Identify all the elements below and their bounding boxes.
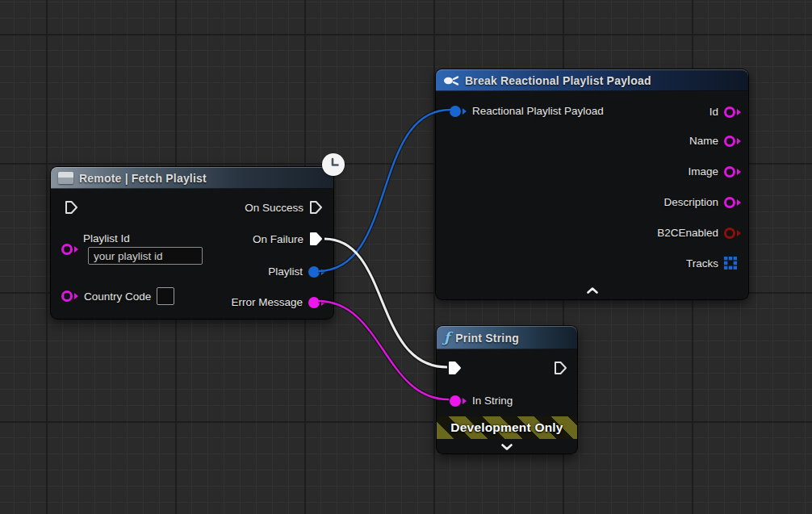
- node-print-string[interactable]: ƒ Print String In String Development Onl…: [436, 325, 578, 454]
- image-pin[interactable]: [724, 166, 735, 178]
- exec-in-pin[interactable]: [65, 200, 78, 215]
- wire-error-message-to-in-string[interactable]: [318, 301, 449, 399]
- node-remote-header[interactable]: Remote | Fetch Playlist: [51, 167, 333, 189]
- wire-playlist-to-break-input[interactable]: [318, 110, 450, 271]
- expand-down-icon[interactable]: [501, 444, 513, 450]
- in-string-label: In String: [472, 395, 513, 407]
- function-icon: ƒ: [444, 331, 450, 345]
- node-remote-fetch-playlist[interactable]: Remote | Fetch Playlist On Success On Fa…: [50, 166, 334, 320]
- exec-in-pin[interactable]: [448, 361, 462, 375]
- on-success-label: On Success: [245, 202, 303, 214]
- country-code-input[interactable]: [157, 287, 174, 305]
- reactional-playlist-payload-label: Reactional Playlist Payload: [472, 105, 604, 117]
- country-code-pin[interactable]: [61, 290, 73, 302]
- tracks-array-pin[interactable]: [724, 257, 737, 270]
- b2cenabled-label: B2CEnabled: [657, 227, 718, 239]
- playlist-pin[interactable]: [308, 266, 320, 278]
- id-label: Id: [709, 106, 718, 118]
- on-failure-label: On Failure: [253, 233, 303, 245]
- in-string-pin[interactable]: [450, 395, 461, 407]
- exec-out-pin[interactable]: [554, 361, 567, 375]
- error-message-label: Error Message: [231, 296, 303, 308]
- id-pin[interactable]: [724, 107, 735, 118]
- wire-shadow: [324, 239, 447, 367]
- async-task-icon: [58, 172, 73, 184]
- collapse-up-icon[interactable]: [587, 287, 598, 294]
- playlist-id-label: Playlist Id: [83, 232, 130, 244]
- on-failure-exec-pin[interactable]: [309, 232, 323, 246]
- node-break-reactional-playlist-payload[interactable]: Break Reactional Playlist Payload Reacti…: [435, 69, 749, 300]
- node-title: Break Reactional Playlist Payload: [465, 74, 651, 87]
- image-label: Image: [688, 165, 718, 178]
- b2cenabled-pin[interactable]: [724, 228, 735, 239]
- on-success-exec-pin[interactable]: [309, 200, 323, 215]
- break-struct-icon: [443, 74, 459, 87]
- name-pin[interactable]: [724, 136, 735, 147]
- wire-on-failure-to-print-exec[interactable]: [324, 239, 447, 367]
- reactional-playlist-payload-pin[interactable]: [450, 106, 461, 117]
- node-print-header[interactable]: ƒ Print String: [437, 326, 577, 349]
- node-title: Remote | Fetch Playlist: [79, 172, 207, 185]
- latent-clock-icon: [322, 153, 345, 176]
- playlist-id-pin[interactable]: [61, 244, 73, 255]
- development-only-text: Development Only: [450, 420, 563, 435]
- node-title: Print String: [455, 332, 519, 345]
- blueprint-graph-canvas[interactable]: Remote | Fetch Playlist On Success On Fa…: [0, 0, 812, 514]
- node-break-header[interactable]: Break Reactional Playlist Payload: [436, 69, 748, 91]
- playlist-id-input[interactable]: [88, 247, 203, 265]
- development-only-banner: Development Only: [437, 416, 577, 439]
- tracks-label: Tracks: [686, 257, 718, 270]
- description-pin[interactable]: [724, 197, 735, 208]
- country-code-label: Country Code: [84, 290, 151, 303]
- name-label: Name: [689, 135, 718, 147]
- description-label: Description: [663, 196, 718, 208]
- playlist-label: Playlist: [268, 265, 303, 278]
- error-message-pin[interactable]: [308, 297, 320, 308]
